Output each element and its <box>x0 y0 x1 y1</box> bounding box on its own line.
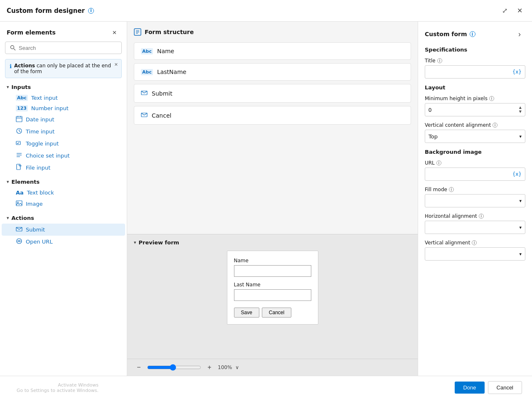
svg-point-16 <box>17 202 19 203</box>
actions-section-header[interactable]: ▾ Actions <box>0 212 127 224</box>
date-input-label: Date input <box>26 116 54 123</box>
vertical-align-bg-select[interactable]: ▾ <box>425 247 525 261</box>
url-bracket-icon: {x} <box>512 171 522 177</box>
right-panel-info-icon[interactable]: i <box>470 31 475 37</box>
right-panel-expand-button[interactable]: › <box>514 28 525 40</box>
url-input-wrapper[interactable]: {x} <box>425 167 525 181</box>
name-row-label: Name <box>157 48 174 54</box>
number-input-icon: 123 <box>16 105 28 111</box>
file-input-label: File input <box>26 165 50 171</box>
svg-rect-15 <box>16 201 22 206</box>
sidebar-item-submit[interactable]: Submit <box>2 224 125 236</box>
svg-line-31 <box>144 113 147 115</box>
close-button[interactable]: ✕ <box>514 5 525 17</box>
fill-mode-info-icon[interactable]: i <box>449 187 454 192</box>
preview-lastname-input[interactable] <box>234 289 311 301</box>
info-banner-close[interactable]: ✕ <box>114 62 118 67</box>
left-panel-close[interactable]: ✕ <box>108 27 120 38</box>
sidebar-item-date-input[interactable]: Date input <box>2 113 125 126</box>
min-height-input-wrapper[interactable]: ▲ ▼ <box>425 103 525 116</box>
footer: Activate WindowsGo to Settings to activa… <box>0 376 532 399</box>
layout-section-title: Layout <box>425 84 525 91</box>
title-input[interactable] <box>429 69 512 75</box>
horizontal-alignment-select[interactable]: ▾ <box>425 221 525 234</box>
text-block-label: Text block <box>27 190 54 196</box>
form-row-name[interactable]: Abc Name <box>134 42 411 60</box>
svg-line-1 <box>14 49 15 50</box>
sidebar-item-open-url[interactable]: Open URL <box>2 236 125 248</box>
inputs-chevron: ▾ <box>7 84 9 90</box>
form-row-cancel[interactable]: Cancel <box>134 106 411 125</box>
actions-label: Actions <box>12 215 34 221</box>
sidebar-item-file-input[interactable]: File input <box>2 162 125 174</box>
preview-cancel-button[interactable]: Cancel <box>262 308 291 318</box>
min-height-info-icon[interactable]: i <box>489 96 494 101</box>
sidebar-item-time-input[interactable]: Time input <box>2 126 125 138</box>
preview-header[interactable]: ▾ Preview form <box>134 239 411 246</box>
submit-icon <box>16 226 22 234</box>
sidebar-item-image[interactable]: Image <box>2 198 125 210</box>
sidebar-item-choice-set-input[interactable]: Choice set input <box>2 150 125 162</box>
title-info-icon[interactable]: i <box>88 8 94 14</box>
form-row-submit[interactable]: Submit <box>134 84 411 103</box>
zoom-expand-icon[interactable]: ∨ <box>235 365 239 370</box>
submit-label: Submit <box>26 227 45 233</box>
vertical-align-label: Vertical alignment i <box>425 240 525 246</box>
svg-line-18 <box>16 227 19 229</box>
title-bar: Custom form designer i ⤢ ✕ <box>0 0 532 22</box>
expand-button[interactable]: ⤢ <box>499 5 510 17</box>
cancel-row-icon <box>141 111 148 119</box>
search-icon <box>10 44 16 51</box>
vertical-align-bg-info-icon[interactable]: i <box>472 240 477 245</box>
zoom-slider[interactable] <box>147 364 201 371</box>
vertical-alignment-select[interactable]: Top ▾ <box>425 130 525 143</box>
vertical-align-info-icon[interactable]: i <box>493 123 498 128</box>
url-info-icon[interactable]: i <box>436 160 441 165</box>
svg-rect-2 <box>16 116 22 122</box>
footer-cancel-button[interactable]: Cancel <box>488 381 522 394</box>
preview-buttons: Save Cancel <box>234 308 311 318</box>
vertical-alignment-value: Top <box>429 133 438 140</box>
min-height-down-arrow[interactable]: ▼ <box>519 110 522 114</box>
sidebar-item-text-block[interactable]: Aa Text block <box>2 187 125 198</box>
min-height-input[interactable] <box>429 107 519 113</box>
sidebar-item-text-input[interactable]: Abc Text input <box>2 93 125 103</box>
zoom-in-button[interactable]: + <box>204 362 214 372</box>
min-height-up-arrow[interactable]: ▲ <box>519 106 522 110</box>
title-info-icon[interactable]: i <box>437 58 442 63</box>
zoom-out-button[interactable]: − <box>134 362 144 372</box>
horizontal-alignment-chevron-icon: ▾ <box>519 225 522 230</box>
file-input-icon <box>16 164 22 172</box>
url-input[interactable] <box>429 171 512 177</box>
horizontal-align-info-icon[interactable]: i <box>479 214 484 219</box>
title-input-wrapper[interactable]: {x} <box>425 65 525 79</box>
form-row-lastname[interactable]: Abc LastName <box>134 63 411 81</box>
preview-name-label: Name <box>234 258 311 264</box>
svg-line-19 <box>19 227 22 229</box>
fill-mode-select[interactable]: ▾ <box>425 194 525 207</box>
cancel-row-label: Cancel <box>152 112 171 119</box>
form-structure-header: Form structure <box>134 28 411 36</box>
preview-name-input[interactable] <box>234 265 311 277</box>
form-structure-title: Form structure <box>145 29 194 35</box>
choice-set-label: Choice set input <box>26 153 70 159</box>
search-input[interactable] <box>19 45 117 51</box>
time-input-label: Time input <box>26 128 54 135</box>
left-panel-header: Form elements ✕ <box>0 22 127 42</box>
svg-line-27 <box>141 91 144 93</box>
elements-section-header[interactable]: ▾ Elements <box>0 176 127 187</box>
sidebar-item-number-input[interactable]: 123 Number input <box>2 103 125 113</box>
sidebar-item-toggle-input[interactable]: Toggle input <box>2 138 125 150</box>
inputs-section-header[interactable]: ▾ Inputs <box>0 81 127 93</box>
search-box[interactable] <box>5 42 122 54</box>
url-label: URL i <box>425 160 525 166</box>
horizontal-align-label: Horizontal alignment i <box>425 213 525 219</box>
preview-save-button[interactable]: Save <box>234 308 259 318</box>
done-button[interactable]: Done <box>455 382 484 394</box>
preview-section: ▾ Preview form Name Last Name Save Cance… <box>127 234 418 359</box>
panel-scroll: ▾ Inputs Abc Text input 123 Number input… <box>0 81 127 376</box>
submit-row-label: Submit <box>152 90 172 97</box>
preview-chevron-icon: ▾ <box>134 240 136 245</box>
actions-chevron: ▾ <box>7 215 9 221</box>
min-height-arrows[interactable]: ▲ ▼ <box>519 106 522 113</box>
